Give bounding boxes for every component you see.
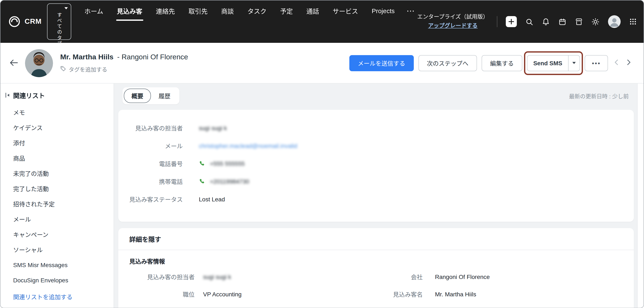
send-sms-label: Send SMS (528, 60, 568, 66)
hide-details-toggle[interactable]: 詳細を隠す (118, 228, 634, 250)
sidebar-item-campaigns[interactable]: キャンペーン (0, 227, 114, 242)
field-row-email: メール christopher.maclead@noemail.invalid (118, 137, 634, 155)
phone-icon[interactable] (199, 160, 206, 167)
company-value: Rangoni Of Florence (435, 273, 634, 280)
edit-button[interactable]: 編集する (482, 55, 522, 71)
field-label: 見込み客の担当者 (118, 124, 199, 132)
plan-label: エンタープライズ（試用版） (417, 13, 488, 20)
sidebar-item-products[interactable]: 商品 (0, 150, 114, 166)
sidebar-item-social[interactable]: ソーシャル (0, 242, 114, 257)
tag-icon (60, 66, 66, 73)
page-title: Mr. Martha Hiils - Rangoni Of Florence (60, 53, 188, 62)
tab-leads[interactable]: 見込み客 (110, 0, 149, 21)
view-toggle: 概要 履歴 (122, 87, 179, 104)
sidebar-item-open-activities[interactable]: 未完了の活動 (0, 166, 114, 181)
next-record-button[interactable] (625, 58, 632, 68)
tab-projects[interactable]: Projects (365, 0, 401, 21)
quick-create-button[interactable] (506, 16, 517, 27)
plan-info: エンタープライズ（試用版） アップグレードする (417, 13, 488, 30)
topbar-right-cluster: エンタープライズ（試用版） アップグレードする (417, 0, 637, 43)
field-label: 電話番号 (118, 160, 199, 168)
phone-value[interactable]: +555 555555 (210, 160, 245, 167)
back-arrow-icon (9, 58, 18, 68)
add-tags-label: タグを追加する (69, 65, 107, 73)
user-avatar[interactable] (608, 15, 621, 28)
back-button[interactable] (9, 58, 18, 69)
chevron-down-icon (64, 7, 68, 9)
tab-calls[interactable]: 通話 (300, 0, 326, 21)
sidebar-item-docusign-envelopes[interactable]: DocuSign Envelopes (0, 272, 114, 288)
sidebar-item-invited-meetings[interactable]: 招待された予定 (0, 196, 114, 212)
sidebar-item-closed-activities[interactable]: 完了した活動 (0, 181, 114, 196)
field-row-mobile: 携帯電話 +20119984730 (118, 172, 634, 190)
send-sms-dropdown-button[interactable] (568, 55, 580, 70)
lead-photo[interactable] (25, 49, 53, 77)
lead-owner-value: sugi sugi k (199, 125, 227, 132)
tab-home[interactable]: ホーム (78, 0, 110, 21)
sidebar-item-attachments[interactable]: 添付 (0, 135, 114, 150)
title-value: VP Accounting (203, 290, 358, 298)
sidebar-item-sms-misr-messages[interactable]: SMS Misr Messages (0, 257, 114, 272)
field-label: 見込み客名 (358, 290, 435, 298)
send-sms-group: Send SMS (527, 55, 580, 71)
scrollbar[interactable] (637, 84, 644, 308)
lead-owner-value: sugi sugi k (203, 273, 358, 280)
calendar-icon[interactable] (558, 18, 566, 26)
related-list-sidebar: 関連リスト メモ ケイデンス 添付 商品 未完了の活動 完了した活動 招待された… (0, 84, 114, 308)
notifications-bell-icon[interactable] (542, 18, 550, 26)
next-step-button[interactable]: 次のステップへ (418, 55, 477, 71)
last-update-time: 最新の更新日時 : 少し前 (569, 92, 634, 100)
related-list-header: 関連リスト (0, 84, 114, 105)
view-toggle-row: 概要 履歴 最新の更新日時 : 少し前 (118, 84, 634, 104)
record-header: Mr. Martha Hiils - Rangoni Of Florence タ… (0, 43, 644, 84)
previous-record-button[interactable] (613, 58, 620, 68)
apps-grid-icon[interactable] (629, 18, 637, 26)
search-icon[interactable] (525, 18, 533, 26)
tab-tasks[interactable]: タスク (240, 0, 273, 21)
plus-icon (508, 19, 514, 24)
field-label: 会社 (358, 272, 435, 281)
email-value[interactable]: christopher.maclead@noemail.invalid (199, 142, 297, 149)
collapse-panel-icon[interactable] (5, 92, 10, 100)
field-label: メール (118, 142, 199, 150)
tab-accounts[interactable]: 取引先 (182, 0, 214, 21)
send-email-button[interactable]: メールを送信する (349, 55, 414, 71)
sidebar-item-emails[interactable]: メール (0, 212, 114, 227)
related-list-title: 関連リスト (13, 92, 45, 99)
add-tags[interactable]: タグを追加する (60, 65, 188, 73)
lead-name: Mr. Martha Hiils (60, 53, 114, 61)
sidebar-item-notes[interactable]: メモ (0, 105, 114, 120)
add-related-list-link[interactable]: 関連リストを追加する (0, 289, 114, 305)
all-tabs-selector[interactable]: すべてのタブ (47, 4, 71, 40)
lead-name-value: Mr. Martha Hiils (435, 290, 634, 298)
record-detail-main: 概要 履歴 最新の更新日時 : 少し前 見込み客の担当者 sugi sugi k… (114, 84, 637, 308)
marketplace-icon[interactable] (575, 18, 583, 26)
tab-contacts[interactable]: 連絡先 (149, 0, 182, 21)
phone-icon[interactable] (199, 178, 206, 185)
module-tabs: ホーム 見込み客 連絡先 取引先 商談 タスク 予定 通話 サービス Proje… (78, 0, 420, 21)
field-label: 見込み客ステータス (118, 195, 199, 204)
tab-overview[interactable]: 概要 (124, 88, 151, 103)
more-actions-button[interactable]: ••• (585, 55, 608, 71)
tab-services[interactable]: サービス (326, 0, 365, 21)
settings-gear-icon[interactable] (592, 18, 600, 26)
topbar: CRM すべてのタブ ホーム 見込み客 連絡先 取引先 商談 タスク 予定 通話… (0, 0, 644, 43)
field-row-phone: 電話番号 +555 555555 (118, 155, 634, 172)
chevron-down-icon (572, 62, 576, 64)
tab-timeline[interactable]: 履歴 (151, 88, 178, 103)
sidebar-item-cadences[interactable]: ケイデンス (0, 120, 114, 135)
all-tabs-label: すべてのタブ (56, 12, 62, 47)
brand-label: CRM (24, 18, 42, 26)
field-label: 見込み客の担当者 (118, 272, 203, 281)
upgrade-link[interactable]: アップグレードする (428, 22, 478, 29)
tab-meetings[interactable]: 予定 (273, 0, 300, 21)
detail-row: 見込み客の担当者 sugi sugi k 会社 Rangoni Of Flore… (118, 268, 634, 285)
lead-info: Mr. Martha Hiils - Rangoni Of Florence タ… (60, 53, 188, 73)
send-sms-button[interactable]: Send SMS (527, 55, 580, 71)
field-row-lead-owner: 見込み客の担当者 sugi sugi k (118, 119, 634, 137)
tab-deals[interactable]: 商談 (214, 0, 240, 21)
app-window: CRM すべてのタブ ホーム 見込み客 連絡先 取引先 商談 タスク 予定 通話… (0, 0, 644, 308)
crm-home-logo[interactable]: CRM (8, 0, 42, 43)
divider (497, 16, 497, 27)
mobile-value[interactable]: +20119984730 (210, 178, 249, 185)
